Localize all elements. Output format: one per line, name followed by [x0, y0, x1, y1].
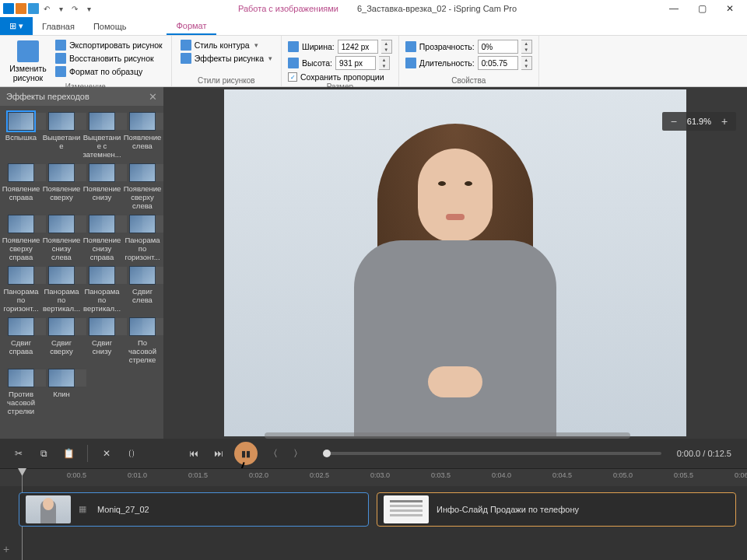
transition-item[interactable]: Против часовой стрелки: [2, 367, 40, 417]
goto-end-button[interactable]: ⏭: [209, 444, 228, 463]
width-input[interactable]: [338, 40, 378, 54]
qat-open-icon[interactable]: [16, 3, 26, 14]
transition-item[interactable]: По часовой стрелке: [123, 316, 162, 366]
picture-effects-button[interactable]: Эффекты рисунка▾: [178, 52, 275, 65]
transition-item[interactable]: Выцветани е с затемнен...: [82, 110, 121, 160]
transition-item[interactable]: Появление справа: [2, 162, 40, 212]
transition-thumb: [89, 317, 115, 336]
transition-item[interactable]: Появление снизу справа: [82, 213, 121, 263]
transition-item[interactable]: Сдвиг снизу: [82, 316, 121, 366]
transition-label: Панорама по горизонт...: [2, 287, 40, 313]
transition-item[interactable]: Сдвиг сверху: [42, 316, 81, 366]
contextual-tool-label: Работа с изображениями: [238, 4, 338, 13]
paste-button[interactable]: 📋: [59, 444, 78, 463]
document-title: 6_Заставка-врезка_02 - iSpring Cam Pro: [357, 4, 517, 13]
tab-help[interactable]: Помощь: [84, 17, 136, 35]
panel-close-button[interactable]: ✕: [149, 91, 157, 103]
transition-item[interactable]: Панорама по вертикал...: [42, 264, 81, 314]
preview-horizontal-scrollbar[interactable]: [265, 432, 630, 439]
ruler-mark: 0:06: [735, 471, 747, 479]
cut-button[interactable]: ✂: [9, 444, 28, 463]
transition-thumb: [129, 112, 156, 131]
height-icon: [288, 58, 299, 68]
transition-thumb: [8, 317, 34, 336]
transition-item[interactable]: Появление сверху: [42, 162, 81, 212]
divider: [87, 445, 88, 462]
height-spinner[interactable]: ▲▼: [379, 56, 390, 70]
transition-item[interactable]: Появление слева: [123, 110, 162, 160]
transition-item[interactable]: Сдвиг справа: [2, 316, 40, 366]
transition-item[interactable]: Вспышка: [2, 110, 40, 160]
height-input[interactable]: [335, 56, 376, 70]
progress-bar[interactable]: [323, 452, 661, 455]
restore-icon: [55, 53, 66, 64]
ruler-mark: 0:01.0: [128, 471, 147, 479]
progress-thumb[interactable]: [323, 450, 331, 457]
transition-label: Сдвиг снизу: [82, 338, 121, 355]
transition-label: Против часовой стрелки: [2, 390, 40, 415]
transition-item[interactable]: Появление сверху слева: [123, 162, 162, 212]
width-spinner[interactable]: ▲▼: [381, 40, 392, 54]
tab-format[interactable]: Формат: [167, 17, 216, 35]
clip-thumbnail: [384, 495, 429, 523]
tab-main[interactable]: Главная: [33, 17, 84, 35]
qat-save-icon[interactable]: [28, 3, 39, 14]
duration-spinner[interactable]: ▲▼: [521, 56, 532, 70]
change-picture-button[interactable]: Изменить рисунок: [6, 37, 50, 82]
transition-item[interactable]: Клин: [42, 367, 81, 417]
undo-button[interactable]: ↶: [40, 2, 53, 15]
transition-item[interactable]: Панорама по вертикал...: [82, 264, 121, 314]
preview-canvas[interactable]: [224, 89, 686, 436]
copy-button[interactable]: ⧉: [34, 444, 53, 463]
player-controls: ✂ ⧉ 📋 ✕ ⟮⟯ ⏮ ⏭ ▮▮ 〈 〉 0:00.0 / 0:12.5: [0, 439, 747, 468]
goto-start-button[interactable]: ⏮: [184, 444, 203, 463]
add-track-button[interactable]: +: [3, 543, 9, 555]
zoom-out-button[interactable]: −: [668, 115, 679, 128]
transition-item[interactable]: Панорама по горизонт...: [123, 213, 162, 263]
transition-thumb: [48, 369, 75, 387]
group-label-properties: Свойства: [405, 76, 532, 86]
format-painter-button[interactable]: Формат по образцу: [53, 65, 165, 78]
prev-frame-button[interactable]: 〈: [264, 444, 282, 463]
duration-input[interactable]: [478, 56, 518, 70]
restore-picture-button[interactable]: Восстановить рисунок: [53, 52, 165, 65]
transition-item[interactable]: Выцветани е: [42, 110, 81, 160]
file-tab[interactable]: ⊞ ▾: [0, 17, 33, 35]
window-close[interactable]: ✕: [716, 0, 744, 17]
transition-item[interactable]: Появление снизу: [82, 162, 121, 212]
undo-dropdown[interactable]: ▾: [54, 2, 67, 15]
zoom-in-button[interactable]: +: [719, 115, 730, 128]
qat-customize[interactable]: ▾: [82, 2, 95, 15]
keep-aspect-checkbox[interactable]: ✓: [288, 72, 297, 82]
transition-thumb: [8, 215, 34, 233]
transition-item[interactable]: Появление снизу слева: [42, 213, 81, 263]
ribbon: Изменить рисунок Экспортировать рисунок …: [0, 36, 747, 87]
window-minimize[interactable]: —: [660, 0, 688, 17]
delete-button[interactable]: ✕: [97, 444, 116, 463]
ribbon-group-styles: Стиль контура▾ Эффекты рисунка▾ Стили ри…: [172, 36, 282, 86]
height-label: Высота:: [302, 58, 332, 68]
transition-item[interactable]: Сдвиг слева: [123, 264, 162, 314]
ruler-mark: 0:04.0: [492, 471, 511, 479]
window-maximize[interactable]: ▢: [688, 0, 716, 17]
picture-icon: [17, 40, 39, 62]
transition-item[interactable]: Появление сверху справа: [2, 213, 40, 263]
timeline-clip-slide[interactable]: Инфо-Слайд Продажи по телефону: [377, 492, 736, 527]
transition-label: Сдвиг слева: [123, 287, 162, 304]
width-icon: [288, 41, 299, 52]
timeline-clip-video[interactable]: ▦ Moniq_27_02: [19, 492, 369, 527]
next-frame-button[interactable]: 〉: [289, 444, 307, 463]
export-picture-button[interactable]: Экспортировать рисунок: [53, 39, 165, 51]
ribbon-group-size: Ширина: ▲▼ Высота: ▲▼ ✓ Сохранить пропор…: [282, 36, 399, 86]
opacity-spinner[interactable]: ▲▼: [521, 40, 532, 54]
crop-button[interactable]: ⟮⟯: [122, 444, 141, 463]
opacity-label: Прозрачность:: [419, 42, 475, 51]
timeline-ruler[interactable]: 0:00.50:01.00:01.50:02.00:02.50:03.00:03…: [0, 469, 747, 486]
outline-style-button[interactable]: Стиль контура▾: [178, 39, 275, 51]
transition-label: Панорама по вертикал...: [82, 287, 121, 313]
redo-button[interactable]: ↷: [68, 2, 81, 15]
transition-item[interactable]: Панорама по горизонт...: [2, 264, 40, 314]
play-pause-button[interactable]: ▮▮: [234, 442, 258, 465]
opacity-input[interactable]: [478, 40, 518, 54]
group-label-styles: Стили рисунков: [178, 76, 275, 86]
